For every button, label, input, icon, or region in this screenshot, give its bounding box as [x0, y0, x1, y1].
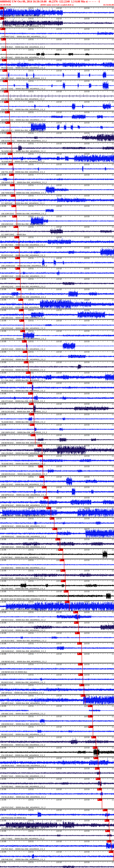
close-icon[interactable]: × [39, 465, 40, 467]
arrival-marker-flag[interactable]: ×T 4 [23, 351, 27, 353]
arrival-marker-flag[interactable]: ×T 4 [105, 830, 110, 832]
arrival-marker-flag[interactable]: ×T 4 [31, 434, 35, 436]
arrival-marker-flag[interactable]: ×T 4 [96, 778, 101, 780]
close-icon[interactable]: × [8, 142, 9, 144]
close-icon[interactable]: × [98, 788, 99, 790]
close-icon[interactable]: × [38, 444, 39, 446]
close-icon[interactable]: × [26, 372, 27, 373]
arrival-marker-flag[interactable]: ×T 4 [19, 299, 23, 301]
close-icon[interactable]: × [79, 674, 80, 676]
close-icon[interactable]: × [6, 122, 7, 123]
arrival-marker-flag[interactable]: ×T 4 [8, 163, 13, 165]
arrival-marker-flag[interactable]: ×T 4 [93, 746, 97, 749]
close-icon[interactable]: × [89, 726, 90, 727]
arrival-marker-flag[interactable]: ×T 4 [2, 59, 7, 61]
arrival-marker-flag[interactable]: ×T 4 [95, 767, 99, 770]
close-icon[interactable]: × [7, 132, 8, 134]
arrival-marker-flag[interactable]: ×T 4 [26, 372, 31, 374]
arrival-marker-flag[interactable]: ×T 4 [37, 444, 42, 447]
close-icon[interactable]: × [16, 257, 17, 259]
arrival-marker-flag[interactable]: ×T 4 [4, 101, 9, 103]
arrival-marker-flag[interactable]: ×T 4 [9, 174, 14, 176]
arrival-marker-flag[interactable]: ×T 4 [0, 18, 4, 20]
arrival-marker-flag[interactable]: ×T 4 [97, 799, 102, 801]
close-icon[interactable]: × [78, 642, 79, 644]
close-icon[interactable]: × [17, 288, 18, 290]
arrival-marker-flag[interactable]: ×T 4 [30, 424, 35, 426]
arrival-marker-flag[interactable]: ×T 4 [103, 809, 107, 811]
arrival-marker-flag[interactable]: ×T 4 [74, 621, 79, 624]
close-icon[interactable]: × [20, 319, 21, 321]
close-icon[interactable]: × [107, 840, 108, 842]
arrival-marker-flag[interactable]: ×T 4 [15, 247, 20, 249]
close-icon[interactable]: × [31, 434, 32, 436]
close-icon[interactable]: × [4, 90, 5, 92]
arrival-marker-flag[interactable]: ×T 4 [77, 642, 82, 645]
close-icon[interactable]: × [65, 601, 66, 602]
close-icon[interactable]: × [14, 226, 15, 227]
arrival-marker-flag[interactable]: ×T 4 [20, 319, 24, 322]
arrival-marker-flag[interactable]: ×T 4 [30, 413, 34, 415]
close-icon[interactable]: × [15, 247, 16, 248]
arrival-marker-flag[interactable]: ×T 4 [15, 257, 20, 259]
close-icon[interactable]: × [59, 549, 60, 551]
arrival-marker-flag[interactable]: ×T 4 [27, 382, 32, 384]
close-icon[interactable]: × [44, 496, 45, 498]
close-icon[interactable]: × [79, 663, 80, 665]
arrival-marker-flag[interactable]: ×T 4 [88, 715, 93, 717]
close-icon[interactable]: × [29, 392, 30, 394]
arrival-marker-flag[interactable]: ×T 4 [1, 38, 6, 40]
close-icon[interactable]: × [23, 351, 24, 352]
arrival-marker-flag[interactable]: ×T 4 [38, 455, 43, 457]
arrival-marker-flag[interactable]: ×T 4 [42, 486, 47, 488]
close-icon[interactable]: × [10, 174, 11, 176]
arrival-marker-flag[interactable]: ×T 4 [11, 194, 16, 197]
close-icon[interactable]: × [75, 621, 76, 623]
arrival-marker-flag[interactable]: ×T 4 [79, 684, 84, 686]
close-icon[interactable]: × [96, 778, 97, 780]
close-icon[interactable]: × [74, 611, 75, 613]
arrival-marker-flag[interactable]: ×T 4 [73, 611, 78, 613]
close-icon[interactable]: × [3, 69, 4, 71]
arrival-marker-flag[interactable]: ×T 4 [78, 663, 83, 665]
close-icon[interactable]: × [15, 236, 16, 238]
close-icon[interactable]: × [23, 340, 24, 342]
close-icon[interactable]: × [13, 215, 14, 217]
close-icon[interactable]: × [28, 382, 29, 384]
arrival-marker-flag[interactable]: ×T 4 [88, 726, 93, 728]
close-icon[interactable]: × [56, 538, 57, 540]
arrival-marker-flag[interactable]: ×T 4 [0, 28, 5, 30]
close-icon[interactable]: × [93, 746, 94, 748]
arrival-marker-flag[interactable]: ×T 4 [20, 330, 25, 332]
close-icon[interactable]: × [47, 507, 48, 509]
close-icon[interactable]: × [92, 736, 93, 738]
arrival-marker-flag[interactable]: ×T 4 [55, 538, 60, 540]
close-icon[interactable]: × [61, 580, 62, 582]
close-icon[interactable]: × [4, 80, 5, 82]
arrival-marker-flag[interactable]: ×T 4 [15, 236, 19, 238]
close-icon[interactable]: × [0, 18, 1, 19]
arrival-marker-flag[interactable]: ×T 4 [77, 653, 82, 655]
close-icon[interactable]: × [88, 705, 89, 707]
close-icon[interactable]: × [5, 101, 6, 102]
arrival-marker-flag[interactable]: ×T 4 [3, 80, 8, 82]
arrival-marker-flag[interactable]: ×T 4 [5, 111, 10, 113]
close-icon[interactable]: × [30, 403, 31, 405]
close-icon[interactable]: × [24, 361, 25, 363]
close-icon[interactable]: × [105, 819, 106, 821]
close-icon[interactable]: × [1, 28, 2, 30]
close-icon[interactable]: × [80, 684, 81, 686]
arrival-marker-flag[interactable]: ×T 4 [53, 528, 57, 530]
arrival-marker-flag[interactable]: ×T 4 [12, 215, 17, 218]
close-icon[interactable]: × [8, 153, 9, 155]
close-icon[interactable]: × [76, 632, 77, 634]
arrival-marker-flag[interactable]: ×T 4 [29, 403, 34, 405]
close-icon[interactable]: × [53, 528, 54, 530]
arrival-marker-flag[interactable]: ×T 4 [0, 7, 4, 9]
arrival-marker-flag[interactable]: ×T 4 [50, 517, 54, 520]
arrival-marker-flag[interactable]: ×T 4 [107, 840, 111, 842]
arrival-marker-flag[interactable]: ×T 4 [5, 122, 10, 124]
close-icon[interactable]: × [19, 299, 20, 301]
arrival-marker-flag[interactable]: ×T 4 [61, 580, 66, 582]
arrival-marker-flag[interactable]: ×T 4 [28, 392, 33, 395]
